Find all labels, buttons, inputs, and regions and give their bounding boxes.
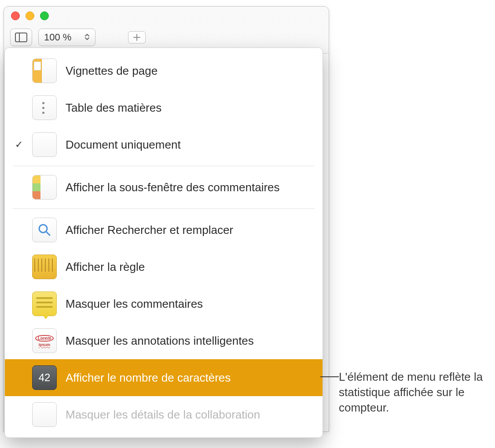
menu-item-hide-comments[interactable]: Masquer les commentaires — [5, 285, 323, 322]
sidebar-panel-icon — [15, 33, 27, 42]
titlebar — [4, 7, 329, 25]
view-menu-button[interactable] — [10, 29, 32, 46]
add-page-button[interactable] — [128, 31, 146, 44]
menu-item-label: Afficher la sous-fenêtre des commentaire… — [66, 181, 280, 194]
menu-item-document-only[interactable]: ✓ Document uniquement — [5, 126, 323, 163]
menu-item-label: Afficher Rechercher et remplacer — [66, 223, 233, 237]
document-only-icon — [32, 132, 57, 157]
window-fullscreen-button[interactable] — [40, 11, 49, 20]
word-count-icon: 42 — [32, 365, 57, 390]
zoom-select[interactable]: 100 % — [38, 29, 95, 46]
menu-item-label: Afficher le nombre de caractères — [66, 371, 231, 385]
menu-item-show-character-count[interactable]: 42 Afficher le nombre de caractères — [5, 359, 323, 396]
menu-item-show-ruler[interactable]: Afficher la règle — [5, 248, 323, 285]
menu-separator — [13, 166, 315, 166]
menu-item-label: Vignettes de page — [66, 64, 158, 78]
menu-item-label: Masquer les commentaires — [66, 297, 203, 311]
menu-item-page-thumbnails[interactable]: Vignettes de page — [5, 52, 323, 89]
ruler-icon — [32, 255, 57, 279]
callout-leader-line — [320, 376, 339, 377]
menu-item-label: Masquer les détails de la collaboration — [66, 408, 260, 422]
menu-separator — [13, 208, 315, 209]
svg-line-3 — [46, 232, 50, 235]
menu-item-toc[interactable]: Table des matières — [5, 89, 323, 126]
menu-item-find-replace[interactable]: Afficher Rechercher et remplacer — [5, 211, 323, 248]
menu-item-comments-pane[interactable]: Afficher la sous-fenêtre des commentaire… — [5, 169, 323, 206]
toc-icon — [32, 95, 57, 120]
smart-annotations-icon: LoremIpsum — [32, 328, 57, 353]
window-minimize-button[interactable] — [26, 11, 34, 20]
menu-item-label: Afficher la règle — [66, 260, 145, 274]
menu-item-label: Masquer les annotations intelligentes — [66, 334, 254, 348]
chevron-updown-icon — [84, 33, 90, 42]
callout-text: L'élément de menu reflète la statistique… — [339, 369, 488, 415]
svg-rect-0 — [15, 33, 27, 42]
page-thumbnails-icon — [32, 58, 57, 83]
menu-item-label: Document uniquement — [66, 138, 181, 152]
comments-pane-icon — [32, 175, 57, 200]
collaboration-details-icon — [32, 402, 57, 427]
zoom-value: 100 % — [44, 32, 71, 43]
plus-icon — [133, 33, 141, 41]
window-close-button[interactable] — [11, 11, 20, 20]
menu-item-label: Table des matières — [66, 101, 161, 115]
view-dropdown-menu: Vignettes de page Table des matières ✓ D… — [4, 47, 323, 438]
search-icon — [32, 218, 57, 242]
note-icon — [32, 291, 57, 316]
checkmark-icon: ✓ — [15, 139, 23, 150]
menu-item-hide-collaboration-details: Masquer les détails de la collaboration — [5, 396, 323, 433]
menu-item-hide-smart-annotations[interactable]: LoremIpsum Masquer les annotations intel… — [5, 322, 323, 359]
